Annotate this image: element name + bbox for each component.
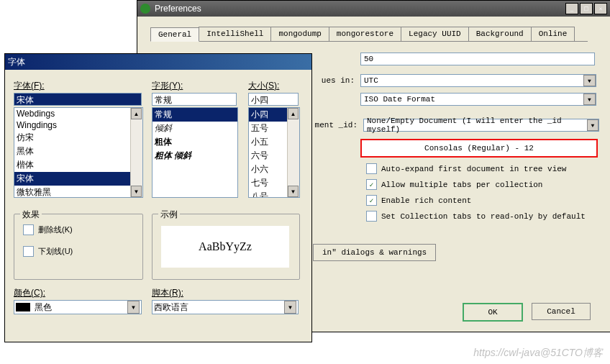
- rich-label: Enable rich content: [381, 196, 471, 205]
- tab-intellishell[interactable]: IntelliShell: [199, 27, 271, 41]
- cancel-label: Cancel: [547, 307, 575, 316]
- maximize-button[interactable]: □: [580, 3, 593, 14]
- font-button-label: Consolas (Regular) - 12: [424, 144, 534, 153]
- checkbox-autoexpand[interactable]: [366, 163, 377, 174]
- cancel-button[interactable]: Cancel: [532, 303, 591, 320]
- timezone-value: UTC: [364, 76, 378, 85]
- checkbox-underline[interactable]: [23, 246, 34, 257]
- batch-size-input[interactable]: [360, 53, 595, 65]
- autoexpand-label: Auto-expand first document in tree view: [381, 165, 566, 173]
- scrollbar[interactable]: ▲ ▼: [287, 108, 299, 197]
- sample-title: 示例: [158, 209, 180, 221]
- scroll-down-icon[interactable]: ▼: [131, 186, 142, 197]
- chevron-down-icon: ▼: [284, 301, 296, 314]
- font-list[interactable]: Webdings Wingdings 仿宋 黑体 楷体 宋体 微软雅黑 ▲ ▼: [14, 107, 143, 198]
- readonly-label: Set Collection tabs to read-only by defa…: [381, 212, 586, 221]
- checkbox-rich[interactable]: ✓: [366, 195, 377, 206]
- checkbox-strike[interactable]: [23, 224, 34, 235]
- reset-dialogs-label: in" dialogs & warnings: [322, 248, 427, 257]
- date-format-select[interactable]: ISO Date Format ▼: [360, 93, 596, 106]
- values-in-label-fragment: ues in:: [314, 76, 355, 85]
- document-id-select[interactable]: None/Empty Document (I will enter the _i…: [363, 119, 599, 132]
- tab-mongodump[interactable]: mongodump: [270, 27, 329, 41]
- reset-dialogs-button[interactable]: in" dialogs & warnings: [313, 244, 436, 261]
- list-item[interactable]: 常规: [152, 108, 237, 122]
- chevron-down-icon: ▼: [127, 301, 140, 314]
- scroll-up-icon[interactable]: ▲: [288, 108, 299, 119]
- watermark: https://cwl-java@51CTO博客: [473, 347, 603, 360]
- list-item[interactable]: 粗体 倾斜: [152, 149, 237, 163]
- script-value: 西欧语言: [154, 301, 188, 314]
- color-select[interactable]: 黑色 ▼: [14, 300, 142, 314]
- multitabs-label: Allow multiple tabs per collection: [381, 181, 542, 189]
- size-label: 大小(S):: [248, 80, 279, 92]
- pref-titlebar: Preferences _ □ ×: [137, 1, 610, 17]
- chevron-down-icon: ▼: [583, 75, 596, 86]
- list-item[interactable]: Webdings: [14, 108, 142, 119]
- effects-fieldset: 效果 删除线(K) 下划线(U): [14, 214, 143, 280]
- style-list[interactable]: 常规 倾斜 粗体 粗体 倾斜: [152, 107, 238, 198]
- scrollbar[interactable]: ▲ ▼: [130, 108, 142, 197]
- effects-title: 效果: [20, 209, 42, 221]
- list-item[interactable]: 楷体: [14, 158, 142, 172]
- underline-label: 下划线(U): [38, 246, 73, 257]
- sample-fieldset: 示例 AaBbYyZz: [152, 214, 300, 280]
- font-dialog: 字体 字体(F): 字形(Y): 大小(S): 宋体 常规 小四 Webding…: [4, 53, 312, 342]
- font-style-input[interactable]: 常规: [152, 93, 237, 106]
- font-label: 字体(F):: [14, 80, 45, 92]
- tab-legacyuuid[interactable]: Legacy UUID: [401, 27, 469, 41]
- script-select[interactable]: 西欧语言 ▼: [152, 300, 299, 314]
- sample-preview: AaBbYyZz: [161, 226, 289, 268]
- close-button[interactable]: ×: [594, 3, 607, 14]
- date-format-value: ISO Date Format: [364, 95, 435, 104]
- color-label: 颜色(C):: [14, 287, 45, 299]
- strike-label: 删除线(K): [38, 224, 73, 235]
- minimize-button[interactable]: _: [565, 3, 578, 14]
- scroll-up-icon[interactable]: ▲: [131, 108, 142, 119]
- tab-background[interactable]: Background: [468, 27, 532, 41]
- pref-title: Preferences: [155, 4, 201, 14]
- font-name-input[interactable]: 宋体: [14, 93, 142, 106]
- size-list[interactable]: 小四 五号 小五 六号 小六 七号 八号 ▲ ▼: [248, 107, 300, 198]
- font-size-input[interactable]: 小四: [248, 93, 299, 106]
- ok-button[interactable]: OK: [463, 303, 523, 322]
- color-name: 黑色: [35, 301, 52, 314]
- scroll-down-icon[interactable]: ▼: [288, 186, 299, 197]
- chevron-down-icon: ▼: [583, 94, 596, 105]
- chevron-down-icon: ▼: [587, 119, 598, 131]
- pref-tabs: General IntelliShell mongodump mongorest…: [150, 27, 588, 42]
- document-id-label-fragment: ment _id:: [314, 121, 358, 129]
- list-item[interactable]: 仿宋: [14, 131, 142, 145]
- list-item[interactable]: 倾斜: [152, 122, 237, 135]
- list-item[interactable]: Wingdings: [14, 119, 142, 131]
- list-item[interactable]: 黑体: [14, 145, 142, 158]
- color-swatch-icon: [16, 303, 30, 311]
- font-titlebar: 字体: [5, 54, 311, 70]
- document-id-value: None/Empty Document (I will enter the _i…: [367, 117, 587, 134]
- font-button[interactable]: Consolas (Regular) - 12: [360, 139, 598, 158]
- style-label: 字形(Y):: [152, 80, 183, 92]
- timezone-select[interactable]: UTC ▼: [360, 74, 596, 87]
- script-label: 脚本(R):: [152, 287, 183, 299]
- tab-mongorestore[interactable]: mongorestore: [329, 27, 401, 41]
- ok-label: OK: [488, 308, 497, 317]
- tab-online[interactable]: Online: [531, 27, 575, 41]
- list-item[interactable]: 粗体: [152, 135, 237, 149]
- list-item[interactable]: 宋体: [14, 172, 142, 186]
- tab-general[interactable]: General: [150, 27, 199, 42]
- checkbox-multitabs[interactable]: ✓: [366, 179, 377, 190]
- list-item[interactable]: 微软雅黑: [14, 186, 142, 198]
- font-title: 字体: [8, 56, 25, 68]
- checkbox-readonly[interactable]: [366, 211, 377, 222]
- app-logo-icon: [140, 4, 150, 14]
